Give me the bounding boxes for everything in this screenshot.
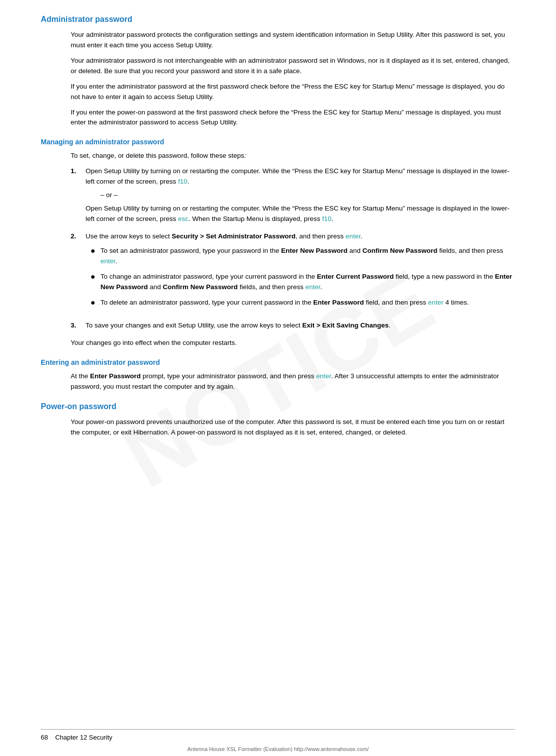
step-1: 1. Open Setup Utility by turning on or r… (71, 166, 515, 224)
step-2-num: 2. (71, 231, 86, 314)
admin-password-title: Administrator password (41, 15, 515, 24)
step-3: 3. To save your changes and exit Setup U… (71, 321, 515, 331)
step-1-text-b: Open Setup Utility by turning on or rest… (86, 204, 515, 224)
antenna-credit: Antenna House XSL Formatter (Evaluation)… (0, 746, 556, 752)
bullet-3-dot: ● (91, 297, 100, 309)
step-3-text: To save your changes and exit Setup Util… (86, 321, 515, 331)
step-2: 2. Use the arrow keys to select Security… (71, 231, 515, 314)
step-1-f10-b: f10 (322, 215, 332, 222)
managing-intro: To set, change, or delete this password,… (71, 151, 515, 161)
step-3-content: To save your changes and exit Setup Util… (86, 321, 515, 331)
step-2-content: Use the arrow keys to select Security > … (86, 231, 515, 314)
bullet-1-dot: ● (91, 245, 100, 267)
step-2-bold: Security > Set Administrator Password (172, 232, 295, 240)
bullet-1: ● To set an administrator password, type… (91, 246, 515, 267)
admin-para-3: If you enter the administrator password … (71, 82, 515, 103)
managing-title: Managing an administrator password (41, 138, 515, 146)
step-1-text-a: Open Setup Utility by turning on or rest… (86, 166, 515, 187)
steps-list: 1. Open Setup Utility by turning on or r… (71, 166, 515, 331)
managing-closing: Your changes go into effect when the com… (71, 338, 515, 348)
bullet-3: ● To delete an administrator password, t… (91, 298, 515, 309)
step-1-content: Open Setup Utility by turning on or rest… (86, 166, 515, 224)
step-1-or: – or – (100, 190, 515, 201)
bullet-3-text: To delete an administrator password, typ… (100, 298, 515, 309)
admin-para-2: Your administrator password is not inter… (71, 56, 515, 77)
entering-title: Entering an administrator password (41, 358, 515, 366)
page-number: 68 (41, 734, 48, 741)
entering-text: At the Enter Password prompt, type your … (71, 371, 515, 392)
step-3-num: 3. (71, 321, 86, 331)
bullet-2: ● To change an administrator password, t… (91, 272, 515, 293)
step-2-bullets: ● To set an administrator password, type… (86, 246, 515, 309)
step-2-enter: enter (346, 232, 361, 240)
step-1-f10-a: f10 (178, 178, 187, 185)
step-1-num: 1. (71, 166, 86, 224)
bullet-2-text: To change an administrator password, typ… (100, 272, 515, 293)
admin-para-4: If you enter the power-on password at th… (71, 108, 515, 128)
step-2-text: Use the arrow keys to select Security > … (86, 231, 515, 242)
power-on-text: Your power-on password prevents unauthor… (71, 417, 515, 438)
chapter-label: Chapter 12 Security (55, 734, 112, 741)
step-1-esc: esc (178, 215, 188, 222)
bullet-1-text: To set an administrator password, type y… (100, 246, 515, 267)
bullet-2-dot: ● (91, 271, 100, 293)
footer-rule (41, 729, 515, 730)
footer: 68 Chapter 12 Security (41, 729, 515, 741)
footer-text: 68 Chapter 12 Security (41, 734, 112, 741)
power-on-title: Power-on password (41, 402, 515, 411)
admin-para-1: Your administrator password protects the… (71, 30, 515, 51)
